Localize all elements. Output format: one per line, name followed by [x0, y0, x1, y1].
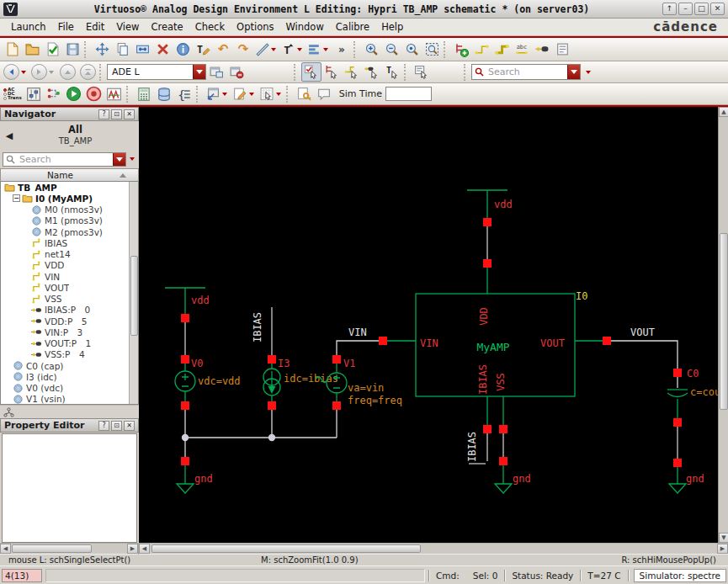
tree-item-net-vout[interactable]: VOUT	[1, 282, 138, 293]
navigator-help-button[interactable]: ?	[98, 109, 109, 119]
zoom-selected-button[interactable]	[401, 40, 422, 59]
calculator-button[interactable]	[134, 84, 154, 104]
command-field[interactable]	[45, 569, 425, 582]
edit-text-button[interactable]: T	[193, 40, 213, 59]
create-instance-button[interactable]	[451, 40, 471, 59]
myamp-instance[interactable]: I0 VDD VIN VOUT MyAMP IBIAS VSS	[416, 290, 587, 396]
move-button[interactable]	[92, 40, 112, 59]
hierarchy-tree[interactable]: TB_AMP −I0 (MyAMP) M0 (nmos3v) M1 (pmos3…	[0, 182, 139, 405]
v0-vdc-source[interactable]: V0 vdc=vdd	[175, 355, 241, 410]
canvas-vertical-scrollbar[interactable]: ▲ ▼	[718, 107, 728, 543]
vout-net-wire[interactable]: VOUT	[611, 327, 678, 369]
select-mode-form-button[interactable]	[412, 62, 432, 82]
undo-button[interactable]: ↶	[213, 40, 233, 59]
menu-create[interactable]: Create	[145, 19, 189, 35]
menu-file[interactable]: File	[52, 19, 80, 35]
annotation-button[interactable]	[314, 84, 334, 104]
tree-item-pin-ibias[interactable]: IBIAS:P__0	[1, 305, 138, 316]
back-history-caret[interactable]	[21, 71, 26, 74]
ruler-dropdown-caret[interactable]	[271, 48, 276, 51]
gnd-symbol-middle[interactable]: gnd	[495, 457, 531, 493]
forward-button[interactable]	[29, 62, 57, 82]
copy-button[interactable]	[112, 40, 132, 59]
ibias-stub-wire[interactable]: IBIAS	[466, 432, 487, 464]
tree-item-tbamp[interactable]: TB_AMP	[1, 182, 138, 193]
maximize-button[interactable]: □	[694, 3, 709, 15]
schematic-drawing[interactable]: vdd V0 vdc=vdd	[139, 107, 718, 543]
scroll-up-arrow[interactable]: ▲	[719, 107, 728, 117]
select-mode-pin-button[interactable]	[362, 62, 382, 82]
search-options-caret[interactable]	[586, 71, 591, 74]
tree-item-m1[interactable]: M1 (pmos3v)	[1, 215, 138, 226]
stop-simulation-button[interactable]	[84, 84, 104, 104]
align-button[interactable]	[306, 40, 332, 59]
scroll-left-arrow[interactable]: ◀	[0, 544, 11, 554]
setup-environment-button[interactable]	[24, 84, 44, 104]
menu-check[interactable]: Check	[189, 19, 231, 35]
new-file-button[interactable]	[2, 40, 22, 59]
tree-item-net-ibias[interactable]: IBIAS	[1, 237, 138, 248]
hierarchy-view-icon[interactable]	[3, 407, 14, 417]
zoom-in-button[interactable]	[361, 40, 381, 59]
navigator-search-box[interactable]: Search	[3, 152, 126, 167]
canvas-hscrollbar[interactable]: ◀ ▶	[139, 544, 728, 555]
scroll-left-arrow[interactable]: ◀	[139, 544, 150, 554]
property-editor-close-button[interactable]: ✕	[124, 421, 135, 431]
save-button[interactable]	[62, 40, 82, 59]
vin-net-wire[interactable]: VIN	[337, 327, 379, 355]
canvas-hscroll-thumb[interactable]	[151, 544, 421, 553]
shade-window-button[interactable]: ↑	[662, 3, 677, 15]
menu-options[interactable]: Options	[231, 19, 279, 35]
menu-view[interactable]: View	[110, 19, 145, 35]
ade-mode-dropdown-button[interactable]	[193, 65, 205, 79]
probe-caret[interactable]	[276, 93, 281, 96]
navigator-back-button[interactable]: ◀	[3, 130, 15, 141]
ade-mode-combobox[interactable]: ADE L	[107, 64, 206, 80]
menu-edit[interactable]: Edit	[80, 19, 110, 35]
tree-item-i3[interactable]: I3 (idc)	[1, 371, 138, 382]
close-button[interactable]: ✕	[710, 3, 725, 15]
tree-item-net-vss[interactable]: VSS	[1, 294, 138, 305]
tree-vertical-scrollbar[interactable]	[129, 182, 138, 404]
gnd-symbol-left[interactable]: gnd	[177, 457, 213, 493]
canvas-vscroll-thumb[interactable]	[720, 233, 728, 410]
tree-item-i0[interactable]: −I0 (MyAMP)	[1, 193, 138, 204]
zoom-out-button[interactable]	[381, 40, 401, 59]
ibias-net-wire[interactable]: IBIAS	[252, 307, 272, 355]
label-dropdown-caret[interactable]	[297, 48, 302, 51]
tree-item-c0[interactable]: C0 (cap)	[1, 360, 138, 371]
property-hscroll-thumb[interactable]	[12, 544, 92, 553]
toolbar-overflow-button[interactable]: »	[332, 40, 352, 59]
select-mode-label-button[interactable]: T	[382, 62, 402, 82]
expressions-button[interactable]: {	[174, 84, 194, 104]
tree-item-pin-vss[interactable]: VSS:P__4	[1, 349, 138, 360]
create-wire-button[interactable]	[471, 40, 492, 59]
navigator-filter-caret[interactable]	[130, 157, 135, 161]
menu-window[interactable]: Window	[279, 19, 329, 35]
tree-item-v0[interactable]: V0 (vdc)	[1, 383, 138, 394]
redo-button[interactable]: ↷	[233, 40, 253, 59]
menu-launch[interactable]: Launch	[5, 19, 52, 35]
netlist-button[interactable]	[44, 84, 64, 104]
tree-item-pin-vin[interactable]: VIN:P__3	[1, 327, 138, 337]
close-session-window-button[interactable]	[226, 62, 247, 82]
navigator-search-dropdown[interactable]	[113, 153, 125, 166]
edit-setup-caret[interactable]	[249, 93, 254, 96]
analysis-type-button[interactable]: AC DC Trans	[2, 84, 24, 104]
sim-time-input[interactable]	[385, 87, 432, 101]
stretch-button[interactable]	[132, 40, 152, 59]
property-editor-hscrollbar[interactable]: ◀ ▶	[0, 544, 139, 555]
create-pin-button[interactable]	[532, 40, 552, 59]
i3-idc-source[interactable]: I3 idc=ibias	[263, 355, 338, 410]
select-mode-instance-button[interactable]	[321, 62, 342, 82]
run-simulation-button[interactable]	[64, 84, 84, 104]
label-button[interactable]: T	[279, 40, 306, 59]
select-mode-all-button[interactable]	[301, 62, 321, 82]
probe-button[interactable]	[258, 84, 284, 104]
edit-setup-button[interactable]	[231, 84, 258, 104]
zoom-fit-button[interactable]	[422, 40, 442, 59]
top-hierarchy-button[interactable]	[77, 62, 98, 82]
gnd-symbol-right[interactable]: gnd	[669, 459, 704, 493]
new-session-window-button[interactable]	[206, 62, 226, 82]
tree-item-m0[interactable]: M0 (nmos3v)	[1, 204, 138, 215]
